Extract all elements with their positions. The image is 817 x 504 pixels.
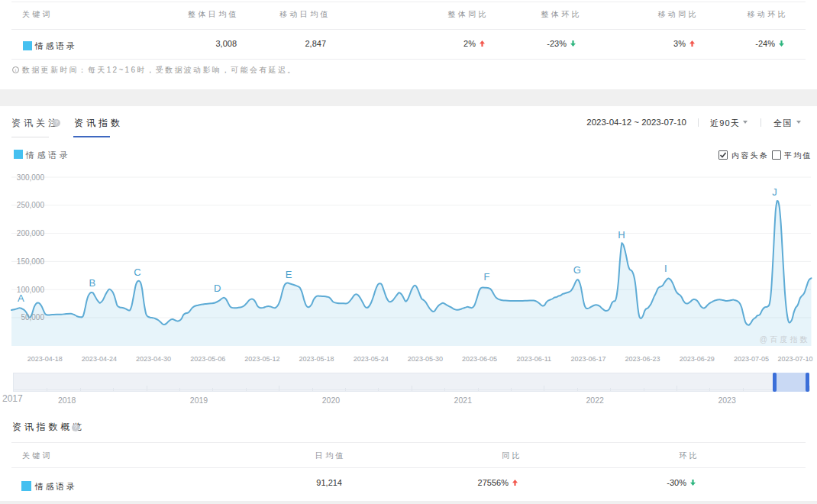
svg-text:D: D [214, 283, 221, 294]
svg-text:B: B [89, 277, 96, 289]
svg-text:C: C [134, 267, 140, 278]
svg-text:F: F [484, 271, 490, 283]
svg-text:E: E [286, 269, 292, 280]
svg-text:A: A [18, 292, 24, 304]
svg-text:G: G [573, 264, 581, 276]
svg-text:J: J [772, 186, 777, 198]
svg-text:H: H [618, 229, 625, 241]
svg-text:I: I [664, 263, 667, 274]
